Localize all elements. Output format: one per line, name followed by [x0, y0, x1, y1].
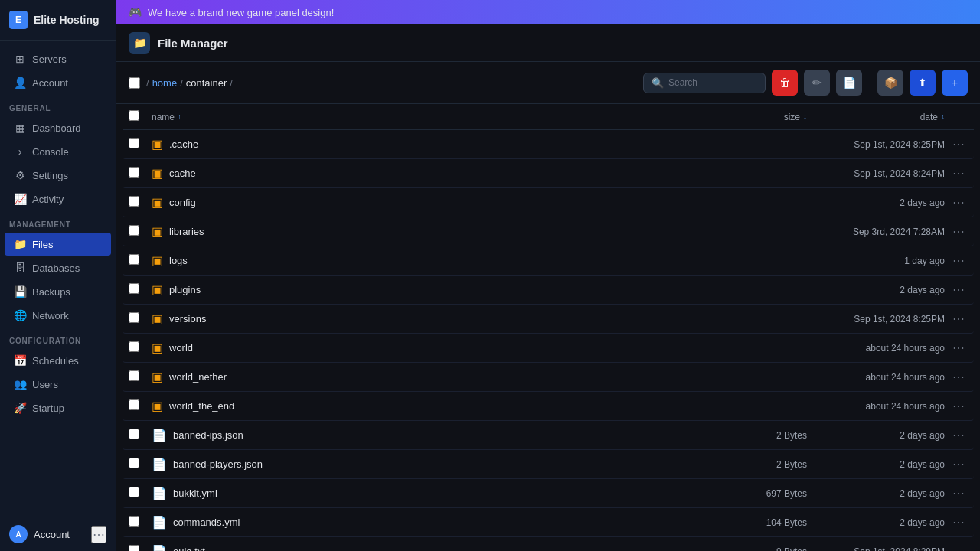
row-more-button[interactable]: ⋯ — [949, 455, 968, 473]
file-date: 2 days ago — [807, 517, 945, 528]
search-box[interactable]: 🔍 — [643, 73, 766, 93]
announcement-banner[interactable]: 🎮 We have a brand new game panel design! — [116, 0, 980, 24]
row-checkbox[interactable] — [129, 545, 139, 551]
row-checkbox[interactable] — [129, 167, 139, 178]
row-more-button[interactable]: ⋯ — [949, 135, 968, 153]
table-row[interactable]: 📄 eula.txt 9 Bytes Sep 1st, 2024 8:29PM … — [122, 537, 974, 551]
table-row[interactable]: ▣ cache Sep 1st, 2024 8:24PM ⋯ — [122, 159, 974, 188]
sidebar-item-backups[interactable]: 💾 Backups — [5, 280, 111, 303]
file-name: world_the_end — [169, 400, 234, 412]
sidebar-item-account-top[interactable]: 👤 Account — [5, 71, 111, 94]
logo-area[interactable]: E Elite Hosting — [0, 0, 116, 41]
file-date: 1 day ago — [807, 256, 945, 266]
row-checkbox[interactable] — [129, 254, 139, 265]
compress-button[interactable]: 📦 — [877, 70, 903, 96]
row-more-button[interactable]: ⋯ — [949, 543, 968, 551]
folder-icon: ▣ — [152, 253, 163, 268]
file-name: logs — [169, 255, 188, 266]
date-sort-arrow: ↕ — [941, 112, 945, 121]
col-header-date[interactable]: date ↕ — [807, 112, 945, 122]
sidebar-item-databases[interactable]: 🗄 Databases — [5, 256, 111, 279]
row-more-button[interactable]: ⋯ — [949, 426, 968, 444]
table-row[interactable]: 📄 banned-ips.json 2 Bytes 2 days ago ⋯ — [122, 421, 974, 450]
sidebar-item-settings[interactable]: ⚙ Settings — [5, 164, 111, 187]
servers-icon: ⊞ — [14, 53, 26, 65]
folder-icon: ▣ — [152, 282, 163, 297]
row-checkbox[interactable] — [129, 487, 139, 497]
table-row[interactable]: ▣ world about 24 hours ago ⋯ — [122, 334, 974, 363]
new-file-button[interactable]: 📄 — [836, 70, 862, 96]
file-date: Sep 1st, 2024 8:25PM — [807, 139, 945, 150]
row-more-button[interactable]: ⋯ — [949, 310, 968, 328]
file-name: eula.txt — [173, 546, 205, 551]
management-section-label: MANAGEMENT — [0, 211, 116, 232]
rename-button[interactable]: ✏ — [804, 70, 830, 96]
footer-account[interactable]: A Account — [9, 525, 70, 543]
row-more-button[interactable]: ⋯ — [949, 165, 968, 182]
breadcrumb-home[interactable]: home — [152, 77, 178, 89]
table-row[interactable]: ▣ config 2 days ago ⋯ — [122, 188, 974, 217]
table-row[interactable]: ▣ world_the_end about 24 hours ago ⋯ — [122, 392, 974, 421]
row-checkbox[interactable] — [129, 341, 139, 352]
sidebar-item-schedules[interactable]: 📅 Schedules — [5, 349, 111, 372]
sidebar-item-users[interactable]: 👥 Users — [5, 373, 111, 396]
file-date: about 24 hours ago — [807, 343, 945, 354]
row-checkbox[interactable] — [129, 458, 139, 468]
table-row[interactable]: ▣ .cache Sep 1st, 2024 8:25PM ⋯ — [122, 130, 974, 159]
select-all-checkbox[interactable] — [129, 77, 140, 89]
row-checkbox[interactable] — [129, 516, 139, 527]
table-row[interactable]: 📄 bukkit.yml 697 Bytes 2 days ago ⋯ — [122, 479, 974, 508]
sidebar-item-console[interactable]: › Console — [5, 140, 111, 163]
banner-icon: 🎮 — [129, 6, 142, 18]
file-size: 697 Bytes — [715, 488, 807, 499]
col-header-size[interactable]: size ↕ — [715, 112, 807, 122]
header-checkbox[interactable] — [129, 110, 139, 121]
row-more-button[interactable]: ⋯ — [949, 223, 968, 240]
row-more-button[interactable]: ⋯ — [949, 281, 968, 298]
table-row[interactable]: ▣ plugins 2 days ago ⋯ — [122, 276, 974, 305]
sidebar-item-servers[interactable]: ⊞ Servers — [5, 47, 111, 70]
row-checkbox[interactable] — [129, 225, 139, 236]
account-icon: 👤 — [14, 77, 26, 89]
file-date: 2 days ago — [807, 459, 945, 470]
row-checkbox[interactable] — [129, 429, 139, 439]
footer-more-button[interactable]: ⋯ — [91, 526, 106, 543]
new-item-button[interactable]: + — [942, 70, 968, 96]
table-row[interactable]: ▣ versions Sep 1st, 2024 8:25PM ⋯ — [122, 305, 974, 334]
col-header-name[interactable]: name ↑ — [152, 112, 715, 122]
table-row[interactable]: 📄 commands.yml 104 Bytes 2 days ago ⋯ — [122, 508, 974, 537]
sidebar-item-activity[interactable]: 📈 Activity — [5, 187, 111, 210]
folder-icon: ▣ — [152, 399, 163, 413]
search-input[interactable] — [668, 77, 757, 88]
row-more-button[interactable]: ⋯ — [949, 514, 968, 531]
row-more-button[interactable]: ⋯ — [949, 397, 968, 415]
row-more-button[interactable]: ⋯ — [949, 339, 968, 357]
console-icon: › — [14, 145, 26, 158]
row-more-button[interactable]: ⋯ — [949, 252, 968, 269]
logo-icon: E — [9, 11, 28, 29]
row-more-button[interactable]: ⋯ — [949, 484, 968, 502]
row-checkbox[interactable] — [129, 138, 139, 148]
row-checkbox[interactable] — [129, 399, 139, 410]
table-row[interactable]: ▣ world_nether about 24 hours ago ⋯ — [122, 363, 974, 392]
file-size: 2 Bytes — [715, 430, 807, 441]
sidebar-item-network[interactable]: 🌐 Network — [5, 304, 111, 327]
sidebar-item-files[interactable]: 📁 Files — [5, 233, 111, 256]
table-row[interactable]: ▣ libraries Sep 3rd, 2024 7:28AM ⋯ — [122, 217, 974, 246]
row-checkbox[interactable] — [129, 370, 139, 381]
file-manager-header: 📁 File Manager — [116, 24, 980, 62]
sidebar-item-dashboard[interactable]: ▦ Dashboard — [5, 116, 111, 139]
sidebar-item-startup[interactable]: 🚀 Startup — [5, 396, 111, 419]
table-row[interactable]: ▣ logs 1 day ago ⋯ — [122, 246, 974, 276]
folder-icon: ▣ — [152, 195, 163, 210]
row-more-button[interactable]: ⋯ — [949, 194, 968, 211]
file-list: name ↑ size ↕ date ↕ ▣ .cache Sep 1st, 2… — [116, 104, 980, 551]
table-row[interactable]: 📄 banned-players.json 2 Bytes 2 days ago… — [122, 450, 974, 479]
general-section-label: GENERAL — [0, 95, 116, 116]
row-checkbox[interactable] — [129, 196, 139, 207]
row-more-button[interactable]: ⋯ — [949, 368, 968, 386]
upload-button[interactable]: ⬆ — [910, 70, 936, 96]
row-checkbox[interactable] — [129, 283, 139, 294]
row-checkbox[interactable] — [129, 312, 139, 323]
delete-button[interactable]: 🗑 — [772, 70, 798, 96]
